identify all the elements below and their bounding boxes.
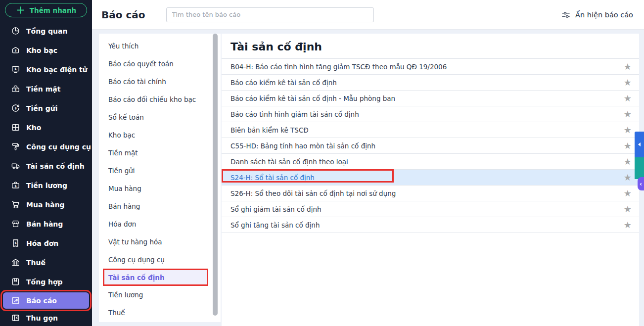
sidebar-item-treasury[interactable]: $Kho bạc [0, 41, 92, 60]
report-row[interactable]: S26-H: Sổ theo dõi tài sản cố định tại n… [222, 186, 639, 201]
reports-list: B04-H: Báo cáo tình hình tăng giảm TSCĐ … [222, 59, 639, 233]
report-row[interactable]: Sổ ghi tăng tài sản cố định★ [222, 217, 639, 233]
favorite-star-icon[interactable]: ★ [624, 62, 639, 71]
svg-text:$: $ [14, 106, 16, 110]
sidebar-item-label: Kho bạc [26, 47, 57, 54]
fixed-asset-icon [11, 161, 20, 171]
category-item-label: Tiền gửi [108, 167, 135, 175]
category-item-cash[interactable]: Tiền mặt [99, 144, 221, 162]
plus-icon [16, 5, 25, 15]
sidebar-item-label: Tiền gửi [26, 104, 57, 112]
chat-collapse-handle[interactable]: ‹ [638, 177, 644, 190]
expand-panel-handle[interactable] [635, 132, 644, 157]
report-row[interactable]: C55-HD: Bảng tính hao mòn tài sản cố địn… [222, 138, 639, 154]
report-row[interactable]: Báo cáo kiểm kê tài sản cố định - Mẫu ph… [222, 91, 639, 106]
category-item-deposits[interactable]: Tiền gửi [99, 162, 221, 180]
category-item-tools[interactable]: Công cụ dụng cụ [99, 251, 221, 269]
category-item-label: Bán hàng [108, 202, 140, 210]
report-row-label: C55-HD: Bảng tính hao mòn tài sản cố địn… [230, 142, 375, 150]
category-item-materials-goods[interactable]: Vật tư hàng hóa [99, 233, 221, 251]
sidebar-item-summary[interactable]: Tổng hợp [0, 272, 92, 291]
deposit-icon: $ [11, 103, 20, 113]
favorite-star-icon[interactable]: ★ [624, 110, 639, 119]
invoice-icon: $ [11, 238, 20, 248]
report-row-label: Biên bản kiểm kê TSCĐ [230, 126, 309, 134]
search-input[interactable] [166, 7, 374, 22]
sidebar-item-e-treasury[interactable]: $Kho bạc điện tử [0, 60, 92, 79]
favorite-star-icon[interactable]: ★ [624, 78, 639, 87]
favorite-star-icon[interactable]: ★ [624, 94, 639, 103]
favorite-star-icon[interactable]: ★ [624, 221, 639, 230]
sidebar-item-salary[interactable]: $Tiền lương [0, 176, 92, 195]
purchase-icon [11, 200, 20, 209]
category-item-label: Vật tư hàng hóa [108, 238, 162, 246]
report-row[interactable]: Báo cáo kiểm kê tài sản cố định★ [222, 75, 639, 91]
sidebar-item-tools[interactable]: Công cụ dụng cụ [0, 137, 92, 156]
report-row[interactable]: Danh sách tài sản cố định theo loại★ [222, 154, 639, 170]
category-item-label: Thuế [108, 309, 125, 317]
sidebar-item-collapse[interactable]: Thu gọn [0, 310, 92, 326]
favorite-star-icon[interactable]: ★ [624, 205, 639, 214]
sidebar-item-deposits[interactable]: $Tiền gửi [0, 98, 92, 118]
report-row-label: S24-H: Sổ tài sản cố định [230, 174, 315, 182]
sidebar-item-label: Tiền mặt [26, 85, 60, 93]
sidebar-item-overview[interactable]: Tổng quan [0, 21, 92, 41]
category-item-accounting-books[interactable]: Sổ kế toán [99, 108, 221, 126]
content-area: Yêu thíchBáo cáo quyết toánBáo cáo tài c… [92, 30, 644, 326]
sidebar-item-label: Báo cáo [26, 297, 57, 305]
report-row-label: Báo cáo tình hình giảm tài sản cố định [230, 110, 359, 118]
sidebar-item-invoices[interactable]: $Hóa đơn [0, 233, 92, 253]
category-item-invoices[interactable]: Hóa đơn [99, 215, 221, 233]
category-item-sales[interactable]: Bán hàng [99, 197, 221, 215]
svg-text:$: $ [14, 67, 16, 70]
sliders-icon [561, 10, 571, 20]
report-row[interactable]: Sổ ghi giảm tài sản cố định★ [222, 201, 639, 217]
sidebar-item-tax[interactable]: Thuế [0, 253, 92, 272]
tools-icon [11, 142, 20, 151]
report-row[interactable]: Báo cáo tình hình giảm tài sản cố định★ [222, 106, 639, 122]
category-item-fixed-assets[interactable]: Tài sản cố định [103, 269, 208, 286]
sidebar-item-sales[interactable]: Bán hàng [0, 214, 92, 233]
report-row[interactable]: B04-H: Báo cáo tình hình tăng giảm TSCĐ … [222, 59, 639, 75]
favorite-star-icon[interactable]: ★ [624, 189, 639, 198]
category-item-salary[interactable]: Tiền lương [99, 286, 221, 304]
sidebar-item-fixed-assets[interactable]: Tài sản cố định [0, 156, 92, 176]
category-item-label: Tiền lương [108, 291, 143, 299]
report-row[interactable]: S24-H: Sổ tài sản cố định★ [222, 170, 639, 186]
sidebar-item-label: Mua hàng [26, 201, 65, 209]
category-item-label: Mua hàng [108, 185, 141, 192]
category-item-label: Sổ kế toán [108, 113, 144, 121]
sidebar-item-label: Hóa đơn [26, 239, 58, 247]
report-row-label: Báo cáo kiểm kê tài sản cố định - Mẫu ph… [230, 94, 395, 102]
category-item-financial-reports[interactable]: Báo cáo tài chính [99, 73, 221, 91]
report-row[interactable]: Biên bản kiểm kê TSCĐ★ [222, 122, 639, 138]
category-item-treasury-reconciliation[interactable]: Báo cáo đối chiếu kho bạc [99, 91, 221, 108]
sidebar-item-cash[interactable]: $Tiền mặt [0, 79, 92, 98]
sidebar-item-purchasing[interactable]: Mua hàng [0, 195, 92, 214]
category-item-settlement-reports[interactable]: Báo cáo quyết toán [99, 55, 221, 73]
teal-panel-handle[interactable] [635, 157, 644, 179]
category-item-purchasing[interactable]: Mua hàng [99, 180, 221, 197]
page-title: Báo cáo [101, 9, 145, 21]
category-item-label: Báo cáo đối chiếu kho bạc [108, 95, 196, 103]
side-panel-handle: ‹ [635, 132, 644, 179]
category-item-tax[interactable]: Thuế [99, 304, 221, 322]
category-item-label: Báo cáo quyết toán [108, 60, 174, 68]
category-item-label: Hóa đơn [108, 220, 136, 228]
categories-scrollbar-thumb[interactable] [213, 34, 218, 316]
category-item-label: Yêu thích [108, 42, 138, 50]
svg-text:$: $ [14, 184, 16, 187]
category-item-label: Tiền mặt [108, 149, 138, 157]
quick-add-button[interactable]: Thêm nhanh [5, 3, 87, 17]
sidebar-item-label: Công cụ dụng cụ [26, 143, 91, 151]
toggle-reports-visibility-button[interactable]: Ẩn hiện báo cáo [561, 10, 633, 20]
category-item-treasury[interactable]: Kho bạc [99, 126, 221, 144]
sidebar-nav: Tổng quan$Kho bạc$Kho bạc điện tử$Tiền m… [0, 21, 92, 310]
sidebar-item-reports[interactable]: Báo cáo [3, 292, 89, 309]
sidebar-item-label: Tổng hợp [26, 278, 63, 286]
chevron-left-icon: ‹ [640, 181, 642, 187]
treasury-icon: $ [11, 46, 20, 55]
sidebar-item-warehouse[interactable]: Kho [0, 118, 92, 137]
category-item-favorites[interactable]: Yêu thích [99, 37, 221, 55]
summary-icon [11, 277, 20, 286]
